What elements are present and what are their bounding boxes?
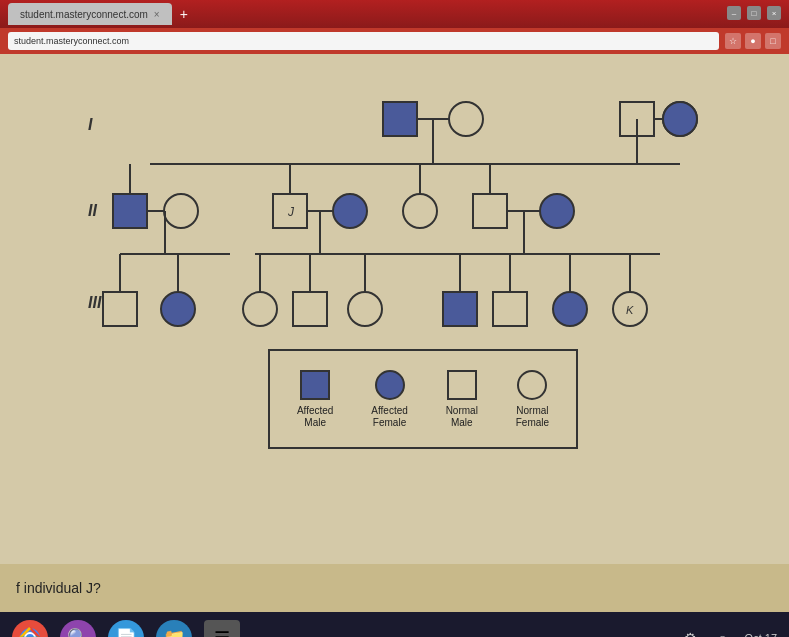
bookmark-icon[interactable]: ☆	[725, 33, 741, 49]
svg-point-29	[376, 371, 404, 399]
date-display: Oct 17	[745, 632, 777, 638]
gen1-male	[383, 102, 417, 136]
new-tab-button[interactable]: +	[180, 6, 188, 22]
gen3-mid2	[293, 292, 327, 326]
gen3-right3	[553, 292, 587, 326]
gen3-right1	[443, 292, 477, 326]
window-minimize[interactable]: –	[727, 6, 741, 20]
wifi-icon[interactable]: ○	[713, 628, 733, 638]
svg-point-31	[518, 371, 546, 399]
taskbar: 🔍 📄 📁 ☰ ⚙ ○ Oct 17	[0, 612, 789, 637]
label-J: J	[287, 205, 295, 219]
svg-rect-30	[448, 371, 476, 399]
legend-normal-female: NormalFemale	[516, 369, 549, 429]
legend-affected-female: AffectedFemale	[371, 369, 408, 429]
gen1-right-female	[663, 102, 697, 136]
gen2-child1-male	[113, 194, 147, 228]
label-K: K	[626, 304, 634, 316]
gen3-right2	[493, 292, 527, 326]
chrome-icon[interactable]	[12, 620, 48, 638]
taskbar-icons: 🔍 📄 📁 ☰	[12, 620, 240, 638]
window-close[interactable]: ×	[767, 6, 781, 20]
svg-rect-28	[301, 371, 329, 399]
gen2-child4-male	[473, 194, 507, 228]
files-icon[interactable]: 📁	[156, 620, 192, 638]
affected-female-shape	[374, 369, 406, 401]
legend-normal-male-label: NormalMale	[446, 405, 478, 429]
address-text: student.masteryconnect.com	[14, 36, 129, 46]
gen1-female	[449, 102, 483, 136]
menu-icon[interactable]: □	[765, 33, 781, 49]
gen3-left1	[103, 292, 137, 326]
legend-normal-male: NormalMale	[446, 369, 478, 429]
gen3-mid3	[348, 292, 382, 326]
tab-close-button[interactable]: ×	[154, 9, 160, 20]
person-icon[interactable]: ●	[745, 33, 761, 49]
address-bar[interactable]: student.masteryconnect.com	[8, 32, 719, 50]
normal-female-shape	[516, 369, 548, 401]
browser-action-icons: ☆ ● □	[725, 33, 781, 49]
search-icon[interactable]: 🔍	[60, 620, 96, 638]
settings-taskbar-icon[interactable]: ⚙	[681, 628, 701, 638]
menu-taskbar-icon[interactable]: ☰	[204, 620, 240, 638]
gen2-child4-spouse	[540, 194, 574, 228]
pedigree-svg: J	[0, 54, 789, 564]
gen2-child2-spouse	[333, 194, 367, 228]
legend-affected-female-label: AffectedFemale	[371, 405, 408, 429]
address-bar-row: student.masteryconnect.com ☆ ● □	[0, 28, 789, 54]
affected-male-shape	[299, 369, 331, 401]
browser-tab-bar: student.masteryconnect.com × + – □ ×	[0, 0, 789, 28]
office-icon[interactable]: 📄	[108, 620, 144, 638]
legend-normal-female-label: NormalFemale	[516, 405, 549, 429]
normal-male-shape	[446, 369, 478, 401]
question-text: f individual J?	[16, 580, 101, 596]
taskbar-right: ⚙ ○ Oct 17	[681, 628, 777, 638]
tab-label: student.masteryconnect.com	[20, 9, 148, 20]
gen3-left2	[161, 292, 195, 326]
browser-tab[interactable]: student.masteryconnect.com ×	[8, 3, 172, 25]
gen2-child1-spouse	[164, 194, 198, 228]
window-controls: – □ ×	[727, 6, 781, 20]
legend-affected-male: AffectedMale	[297, 369, 334, 429]
question-area: f individual J?	[0, 564, 789, 612]
gen3-mid1	[243, 292, 277, 326]
legend-affected-male-label: AffectedMale	[297, 405, 334, 429]
main-content: I II III J	[0, 54, 789, 564]
legend-box: AffectedMale AffectedFemale NormalMale N…	[268, 349, 578, 449]
window-maximize[interactable]: □	[747, 6, 761, 20]
gen2-child3-female	[403, 194, 437, 228]
